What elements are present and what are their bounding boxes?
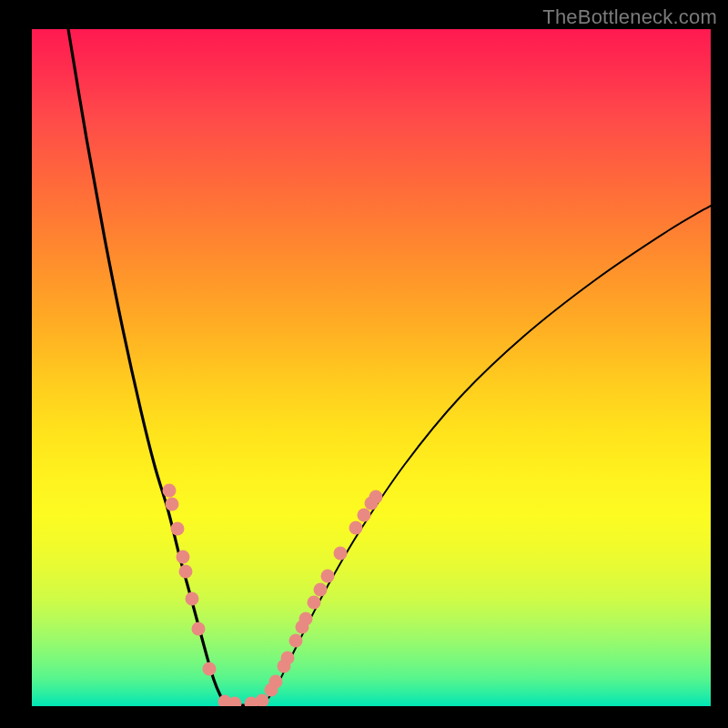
curve-markers xyxy=(163,484,383,707)
marker-dot xyxy=(177,551,190,564)
marker-dot xyxy=(171,522,185,536)
marker-dot xyxy=(163,484,177,498)
curve-right-path xyxy=(261,206,711,705)
marker-dot xyxy=(166,498,179,511)
plot-area xyxy=(32,29,711,706)
marker-dot xyxy=(179,565,193,579)
marker-dot xyxy=(314,583,328,597)
chart-svg xyxy=(32,29,711,706)
marker-dot xyxy=(203,662,217,676)
marker-dot xyxy=(269,675,283,689)
marker-dot xyxy=(281,652,295,665)
marker-dot xyxy=(308,596,321,610)
marker-dot xyxy=(289,634,303,648)
marker-dot xyxy=(192,622,206,636)
marker-dot xyxy=(321,570,335,583)
marker-dot xyxy=(349,521,363,535)
chart-frame: TheBottleneck.com xyxy=(0,0,728,728)
marker-dot xyxy=(334,547,348,561)
marker-dot xyxy=(256,694,269,707)
marker-dot xyxy=(299,612,313,626)
marker-dot xyxy=(358,509,371,522)
marker-dot xyxy=(186,592,199,606)
curve-left-path xyxy=(68,29,227,705)
marker-dot xyxy=(369,490,383,504)
watermark-text: TheBottleneck.com xyxy=(542,5,717,29)
